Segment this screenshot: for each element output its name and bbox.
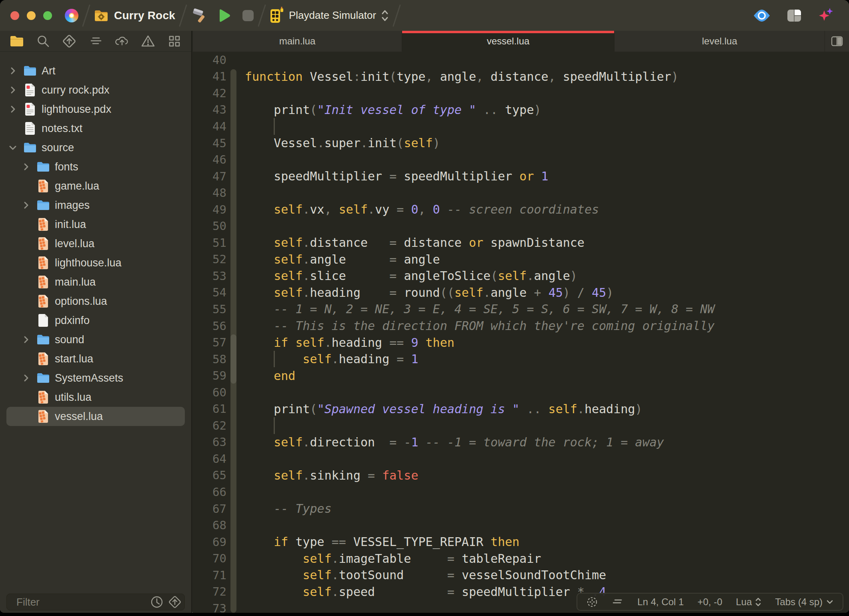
code-line-44[interactable]: 44 (193, 118, 849, 135)
minimize-button[interactable] (27, 11, 36, 20)
code-line-41[interactable]: 41function Vessel:init(type, angle, dist… (193, 68, 849, 85)
status-indent-selector[interactable]: Tabs (4 sp) (775, 596, 834, 608)
lua-file-icon (36, 256, 50, 270)
code-line-55[interactable]: 55 -- 1 = N, 2 = NE, 3 = E, 4 = SE, 5 = … (193, 301, 849, 318)
indent-lines-icon[interactable] (612, 597, 624, 607)
tree-item-start-lua[interactable]: start.lua (6, 349, 185, 368)
code-line-48[interactable]: 48 (193, 184, 849, 201)
code-line-40[interactable]: 40 (193, 52, 849, 68)
tree-item-curry-rock-pdx[interactable]: curry rock.pdx (6, 80, 185, 100)
tree-item-sound[interactable]: sound (6, 330, 185, 349)
status-language-selector[interactable]: Lua (736, 596, 761, 608)
scheme-selector[interactable]: Playdate Simulator (270, 7, 389, 24)
tab-vessel.lua[interactable]: vessel.lua (402, 31, 615, 52)
chevron-right-icon[interactable] (8, 66, 18, 75)
tree-item-pdxinfo[interactable]: pdxinfo (6, 311, 185, 330)
tree-item-main-lua[interactable]: main.lua (6, 272, 185, 292)
split-editor-icon[interactable] (787, 9, 802, 22)
chevron-right-icon[interactable] (21, 374, 31, 382)
issues-warning-icon[interactable] (141, 34, 155, 48)
tree-item-lighthouse-pdx[interactable]: lighthouse.pdx (6, 100, 185, 119)
symbols-lines-icon[interactable] (88, 34, 103, 48)
code-line-67[interactable]: 67 -- Types (193, 500, 849, 517)
status-line-col[interactable]: Ln 4, Col 1 (637, 596, 684, 608)
code-line-50[interactable]: 50 (193, 218, 849, 234)
split-view-button[interactable] (825, 31, 849, 52)
toolbar-separator (392, 4, 401, 26)
tree-item-images[interactable]: images (6, 196, 185, 215)
zoom-button[interactable] (43, 11, 52, 20)
code-line-42[interactable]: 42 (193, 85, 849, 102)
code-line-70[interactable]: 70 self.imageTable = tableRepair (193, 550, 849, 567)
hammer-build-icon[interactable] (191, 8, 207, 24)
chevron-right-icon[interactable] (21, 162, 31, 171)
ai-sparkles-icon[interactable] (818, 7, 835, 24)
code-editor[interactable]: 4041function Vessel:init(type, angle, di… (193, 52, 849, 613)
stop-icon[interactable] (242, 10, 254, 22)
tree-item-init-lua[interactable]: init.lua (6, 215, 185, 234)
nova-window: Curry Rock (0, 0, 849, 613)
close-button[interactable] (10, 11, 19, 20)
code-line-56[interactable]: 56 -- This is the direction FROM which t… (193, 318, 849, 334)
code-line-63[interactable]: 63 self.direction = -1 -- -1 = toward th… (193, 434, 849, 451)
tree-item-fonts[interactable]: fonts (6, 157, 185, 176)
code-line-59[interactable]: 59 end (193, 367, 849, 384)
code-line-49[interactable]: 49 self.vx, self.vy = 0, 0 -- screen coo… (193, 201, 849, 218)
tree-item-level-lua[interactable]: level.lua (6, 234, 185, 253)
clock-history-icon[interactable] (150, 596, 163, 608)
tab-level.lua[interactable]: level.lua (615, 31, 825, 52)
chevron-right-icon[interactable] (8, 105, 18, 114)
code-line-43[interactable]: 43 print("Init vessel of type " .. type) (193, 102, 849, 118)
tree-item-art[interactable]: Art (6, 61, 185, 80)
chevron-right-icon[interactable] (21, 335, 31, 344)
chevron-right-icon[interactable] (21, 201, 31, 210)
chevron-right-icon[interactable] (8, 86, 18, 94)
code-line-57[interactable]: 57 if self.heading == 9 then (193, 334, 849, 351)
tree-item-options-lua[interactable]: options.lua (6, 292, 185, 311)
code-line-62[interactable]: 62 (193, 417, 849, 434)
tree-item-source[interactable]: source (6, 138, 185, 157)
tree-item-notes-txt[interactable]: notes.txt (6, 119, 185, 138)
code-line-64[interactable]: 64 (193, 450, 849, 467)
code-line-71[interactable]: 71 self.tootSound = vesselSoundTootChime (193, 567, 849, 584)
tree-item-label: images (55, 199, 90, 212)
eye-preview-icon[interactable] (753, 9, 771, 22)
chevron-down-icon[interactable] (8, 145, 18, 151)
code-line-60[interactable]: 60 (193, 384, 849, 401)
code-line-58[interactable]: 58 self.heading = 1 (193, 351, 849, 368)
code-line-47[interactable]: 47 speedMultiplier = speedMultiplier or … (193, 168, 849, 185)
code-line-53[interactable]: 53 self.slice = angleToSlice(self.angle) (193, 268, 849, 284)
filter-input[interactable] (7, 596, 150, 608)
code-text: self.sinking = false (226, 468, 418, 482)
tree-item-label: main.lua (55, 276, 96, 288)
tree-item-utils-lua[interactable]: utils.lua (6, 388, 185, 407)
code-line-54[interactable]: 54 self.heading = round((self.angle + 45… (193, 284, 849, 301)
code-line-51[interactable]: 51 self.distance = distance or spawnDist… (193, 234, 849, 251)
tree-item-vessel-lua[interactable]: vessel.lua (6, 407, 185, 426)
publish-diamond-icon[interactable] (62, 34, 76, 48)
code-line-52[interactable]: 52 self.angle = angle (193, 251, 849, 268)
tree-item-game-lua[interactable]: game.lua (6, 176, 185, 196)
code-line-66[interactable]: 66 (193, 484, 849, 500)
code-line-65[interactable]: 65 self.sinking = false (193, 467, 849, 484)
project-button[interactable]: Curry Rock (94, 9, 175, 22)
fold-scope-highlight[interactable] (230, 334, 236, 384)
tree-item-systemassets[interactable]: SystemAssets (6, 368, 185, 388)
cloud-upload-icon[interactable] (115, 34, 129, 48)
tab-main.lua[interactable]: main.lua (193, 31, 402, 52)
line-number: 50 (193, 219, 226, 233)
run-play-icon[interactable] (217, 8, 232, 23)
doc-file-icon (36, 313, 50, 328)
extensions-grid-icon[interactable] (167, 34, 182, 48)
code-line-45[interactable]: 45 Vessel.super.init(self) (193, 135, 849, 152)
tree-item-lighthouse-lua[interactable]: lighthouse.lua (6, 253, 185, 272)
code-line-68[interactable]: 68 (193, 517, 849, 534)
files-folder-icon[interactable] (10, 34, 24, 48)
code-line-69[interactable]: 69 if type == VESSEL_TYPE_REPAIR then (193, 534, 849, 550)
publish-diamond-icon[interactable] (168, 595, 182, 609)
cursor-position-icon[interactable] (586, 596, 598, 608)
code-line-46[interactable]: 46 (193, 151, 849, 168)
line-number: 43 (193, 103, 226, 116)
search-icon[interactable] (36, 34, 50, 48)
code-line-61[interactable]: 61 print("Spawned vessel heading is " ..… (193, 400, 849, 417)
